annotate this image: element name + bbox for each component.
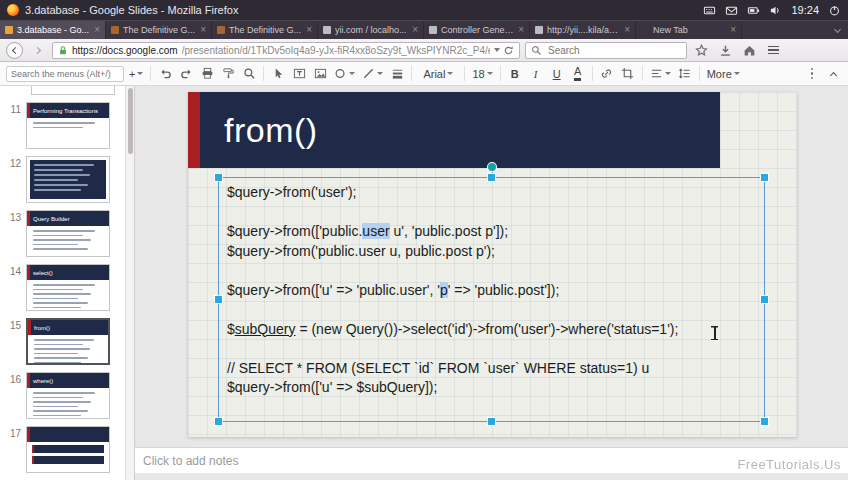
volume-icon[interactable] xyxy=(769,4,782,17)
bold-button[interactable]: B xyxy=(506,65,524,83)
undo-button[interactable] xyxy=(156,65,174,83)
underline-button[interactable]: U xyxy=(548,65,566,83)
font-size-select[interactable]: 18 xyxy=(470,65,494,83)
battery-icon[interactable] xyxy=(747,4,760,17)
resize-handle-sw[interactable] xyxy=(215,418,222,425)
resize-handle-se[interactable] xyxy=(761,418,768,425)
thumbnail-text-line xyxy=(34,339,94,341)
menus-search-input[interactable] xyxy=(6,66,124,82)
search-bar[interactable] xyxy=(525,42,687,59)
slide-editor[interactable]: from() $query->from('user'); $query- xyxy=(188,92,797,437)
resize-handle-w[interactable] xyxy=(215,296,222,303)
slides-toolbar: + Arial 18 B I U A More xyxy=(0,62,848,86)
line-weight-button[interactable] xyxy=(388,65,406,83)
code-text: $query->from('user'); xyxy=(227,184,356,200)
all-tabs-chevron-icon[interactable] xyxy=(826,21,848,39)
bottom-strip xyxy=(135,473,848,480)
browser-tab[interactable]: 3.database - Go...× xyxy=(0,21,106,39)
slide-thumbnail[interactable]: Query Builder xyxy=(26,210,110,257)
tab-close-icon[interactable]: × xyxy=(200,25,206,35)
italic-button[interactable]: I xyxy=(527,65,545,83)
tab-close-icon[interactable]: × xyxy=(412,25,418,35)
print-button[interactable] xyxy=(198,65,216,83)
chevron-down-icon xyxy=(734,72,740,75)
reload-icon[interactable] xyxy=(503,45,514,56)
slide-thumbnail[interactable]: from() xyxy=(26,318,110,365)
filmstrip-slide[interactable]: 13Query Builder xyxy=(0,210,125,257)
browser-tab[interactable]: New Tab× xyxy=(636,21,742,39)
browser-tab[interactable]: yii.com / localho...× xyxy=(318,21,424,39)
slide-thumbnail[interactable]: where() xyxy=(26,372,110,419)
tab-close-icon[interactable]: × xyxy=(730,25,736,35)
slide-code[interactable]: $query->from('user'); $query->from(['pub… xyxy=(219,178,764,403)
rotation-handle[interactable] xyxy=(488,163,496,171)
selected-text-box[interactable]: $query->from('user'); $query->from(['pub… xyxy=(218,177,765,422)
zoom-button[interactable] xyxy=(240,65,258,83)
keyboard-indicator-icon[interactable] xyxy=(703,4,716,17)
line-spacing-button[interactable] xyxy=(676,65,694,83)
insert-shape-button[interactable] xyxy=(332,65,357,83)
crop-image-button[interactable] xyxy=(619,65,637,83)
insert-image-button[interactable] xyxy=(311,65,329,83)
more-button[interactable]: More xyxy=(705,65,742,83)
scrollbar-thumb[interactable] xyxy=(128,88,133,154)
menu-icon[interactable] xyxy=(764,41,783,59)
filmstrip-slide[interactable]: 17 xyxy=(0,426,125,473)
filmstrip-slide[interactable]: 12 xyxy=(0,156,125,203)
slide-thumbnail[interactable]: select() xyxy=(26,264,110,311)
tab-close-icon[interactable]: × xyxy=(306,25,312,35)
thumbnail-text-line xyxy=(33,392,95,394)
align-button[interactable] xyxy=(648,65,673,83)
new-slide-button[interactable]: + xyxy=(127,65,145,83)
tab-close-icon[interactable]: × xyxy=(94,25,100,35)
resize-handle-ne[interactable] xyxy=(761,174,768,181)
clock[interactable]: 19:24 xyxy=(791,4,819,16)
home-icon[interactable] xyxy=(740,41,759,59)
slide-thumbnail[interactable] xyxy=(26,156,110,203)
filmstrip-slide[interactable]: 11Performing Transactions xyxy=(0,102,125,149)
search-input[interactable] xyxy=(546,44,681,57)
slide-canvas[interactable]: from() $query->from('user'); $query- xyxy=(135,86,848,447)
tab-close-icon[interactable]: × xyxy=(624,25,630,35)
forward-button[interactable] xyxy=(28,41,47,59)
text-box-tool-button[interactable] xyxy=(290,65,308,83)
slide-thumbnail[interactable]: Performing Transactions xyxy=(26,102,110,149)
browser-tab[interactable]: The Definitive G...× xyxy=(212,21,318,39)
url-bar[interactable]: https://docs.google.com /presentation/d/… xyxy=(52,42,520,59)
filmstrip-slide[interactable]: 14select() xyxy=(0,264,125,311)
slide-number: 17 xyxy=(0,428,26,439)
filmstrip-slide[interactable]: 15from() xyxy=(0,318,125,365)
browser-tab[interactable]: http://yii....kila/actor× xyxy=(530,21,636,39)
resize-handle-n[interactable] xyxy=(488,174,495,181)
paint-format-button[interactable] xyxy=(219,65,237,83)
browser-tab[interactable]: Controller Generator× xyxy=(424,21,530,39)
app-window: 3.database - Google Slides - Mozilla Fir… xyxy=(0,0,848,480)
redo-button[interactable] xyxy=(177,65,195,83)
select-tool-button[interactable] xyxy=(269,65,287,83)
slide-title-block[interactable]: from() xyxy=(188,92,720,168)
insert-line-button[interactable] xyxy=(360,65,385,83)
slide-title: from() xyxy=(224,111,318,150)
downloads-icon[interactable] xyxy=(716,41,735,59)
thumbnail-code-block xyxy=(30,160,106,199)
font-family-select[interactable]: Arial xyxy=(417,65,459,83)
filmstrip-slide[interactable]: 16where() xyxy=(0,372,125,419)
thumbnail-text-line xyxy=(33,410,88,412)
resize-handle-nw[interactable] xyxy=(215,174,222,181)
bookmark-star-icon[interactable] xyxy=(692,41,711,59)
slide-thumbnail[interactable] xyxy=(26,426,110,473)
browser-tab[interactable]: The Definitive G...× xyxy=(106,21,212,39)
filmstrip-scrollbar[interactable] xyxy=(125,86,134,480)
hide-menus-button[interactable] xyxy=(824,65,842,83)
resize-handle-e[interactable] xyxy=(761,296,768,303)
insert-link-button[interactable] xyxy=(598,65,616,83)
filmstrip-slide-partial[interactable] xyxy=(0,86,125,95)
url-dropdown-icon[interactable] xyxy=(494,48,500,52)
resize-handle-s[interactable] xyxy=(488,418,495,425)
mail-icon[interactable] xyxy=(725,4,738,17)
text-color-button[interactable]: A xyxy=(569,65,587,83)
back-button[interactable] xyxy=(6,42,23,59)
toolbar-overflow-button[interactable] xyxy=(803,65,821,83)
tab-close-icon[interactable]: × xyxy=(518,25,524,35)
session-power-icon[interactable] xyxy=(828,4,841,17)
